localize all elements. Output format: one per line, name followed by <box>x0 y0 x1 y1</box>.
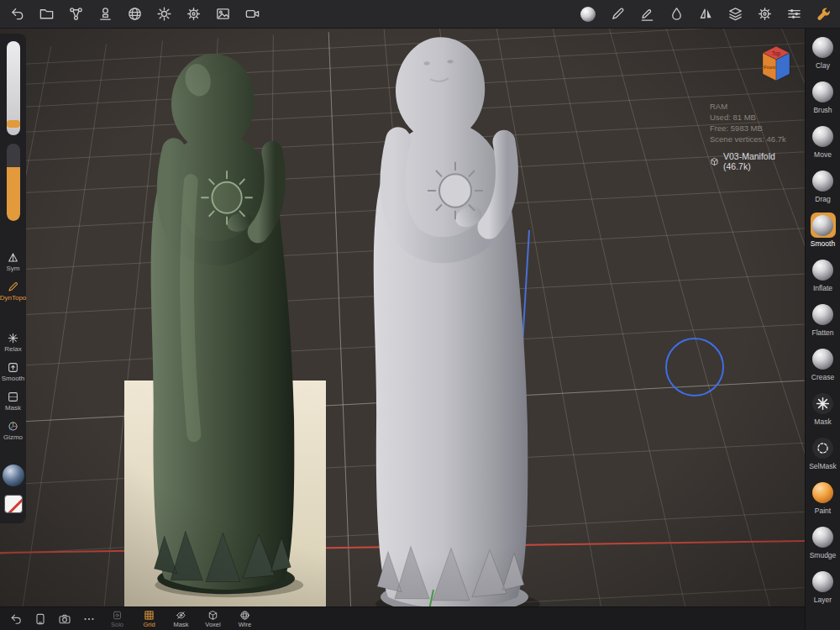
brush-intensity-slider[interactable] <box>7 144 20 221</box>
voxel-toggle[interactable]: Voxel <box>199 607 227 630</box>
layers-icon[interactable] <box>726 5 744 24</box>
tool-move[interactable]: Move <box>806 121 840 165</box>
symmetry-toggle[interactable]: Sym <box>0 251 26 272</box>
mesh-name: V03-Manifold (46.7k) <box>723 151 805 171</box>
navcube-front-label: Front <box>764 65 775 70</box>
tool-inflate[interactable]: Inflate <box>806 255 840 299</box>
solo-icon <box>112 610 123 621</box>
clay-brush-icon <box>812 37 833 58</box>
paint-drop-icon[interactable] <box>667 5 685 24</box>
device-icon[interactable] <box>30 609 50 629</box>
matcap-sphere-icon[interactable] <box>579 5 597 24</box>
smooth-square-icon <box>7 361 19 374</box>
background-swatch-icon[interactable] <box>4 495 23 513</box>
settings-gear-icon[interactable] <box>755 5 774 24</box>
voxel-cube-icon <box>207 610 218 621</box>
pen-icon[interactable] <box>608 5 627 24</box>
tool-paint[interactable]: Paint <box>806 477 840 522</box>
drag-brush-icon <box>812 171 833 192</box>
vignette <box>0 29 805 630</box>
symmetry-icon[interactable] <box>696 5 715 24</box>
stamp-icon[interactable] <box>96 5 114 24</box>
ram-stats: RAM Used: 81 MB Free: 5983 MB Scene vert… <box>710 101 786 144</box>
ram-title: RAM <box>710 101 786 112</box>
ram-used: Used: 81 MB <box>710 112 786 123</box>
tool-smooth[interactable]: Smooth <box>806 210 840 255</box>
camera-icon[interactable] <box>243 5 261 24</box>
tool-smudge[interactable]: Smudge <box>806 522 840 566</box>
mesh-cube-icon <box>710 157 719 166</box>
flatten-brush-icon <box>812 304 833 325</box>
navcube-top-label: Top <box>772 50 781 57</box>
tools-wrench-icon[interactable] <box>814 5 832 24</box>
brush-radius-slider[interactable] <box>7 41 20 135</box>
undo-icon[interactable] <box>8 5 26 24</box>
scene-canvas[interactable] <box>0 29 805 630</box>
more-dots-icon[interactable] <box>79 609 99 629</box>
environment-sphere-icon[interactable] <box>125 5 144 24</box>
pencil-icon[interactable] <box>638 5 656 24</box>
material-sphere-icon[interactable] <box>3 465 24 486</box>
gizmo-button[interactable]: Gizmo <box>0 420 26 441</box>
tool-mask[interactable]: Mask <box>806 388 840 433</box>
lighting-sun-icon[interactable] <box>155 5 173 24</box>
relax-asterisk-icon <box>7 332 19 344</box>
tool-flatten[interactable]: Flatten <box>806 299 840 344</box>
mask-eye-icon <box>176 610 186 621</box>
screenshot-camera-icon[interactable] <box>55 609 75 629</box>
gizmo-icon <box>7 420 19 433</box>
dyntopo-toggle[interactable]: DynTopo <box>0 281 26 302</box>
brush-toolbar: Clay Brush Move Drag Smooth Inflate Flat… <box>805 29 840 630</box>
topbar-right-group <box>579 5 832 24</box>
tool-drag[interactable]: Drag <box>806 165 840 210</box>
tool-crease[interactable]: Crease <box>806 344 840 388</box>
ram-free: Free: 5983 MB <box>710 123 786 134</box>
top-toolbar <box>0 0 840 29</box>
grid-icon <box>144 610 155 621</box>
mask-view-toggle[interactable]: Mask <box>167 607 195 630</box>
bottom-toolbar: Solo Grid Mask Voxel Wire <box>0 606 805 630</box>
sym-triangle-icon <box>7 251 19 264</box>
radius-slider-handle[interactable] <box>7 120 20 128</box>
3d-viewport[interactable]: RAM Used: 81 MB Free: 5983 MB Scene vert… <box>0 29 805 630</box>
sculpt-app: RAM Used: 81 MB Free: 5983 MB Scene vert… <box>0 0 840 630</box>
undo-icon[interactable] <box>6 609 26 629</box>
sliders-icon[interactable] <box>785 5 803 24</box>
mesh-list-item[interactable]: V03-Manifold (46.7k) <box>710 151 805 171</box>
intensity-slider-fill <box>7 167 20 221</box>
move-brush-icon <box>812 126 833 147</box>
wire-toggle[interactable]: Wire <box>231 607 259 630</box>
mask-square-icon <box>7 391 19 403</box>
smooth-button[interactable]: Smooth <box>0 361 26 382</box>
layer-brush-icon <box>812 571 833 592</box>
background-image-icon[interactable] <box>213 5 232 24</box>
relax-button[interactable]: Relax <box>0 332 26 353</box>
mask-star-icon <box>812 393 833 414</box>
inflate-brush-icon <box>812 260 833 281</box>
tool-clay[interactable]: Clay <box>806 32 840 76</box>
tool-selmask[interactable]: SelMask <box>806 433 840 477</box>
scene-vertices: Scene vertices: 46.7k <box>710 134 786 144</box>
dyntopo-pen-icon <box>7 281 19 293</box>
mask-button[interactable]: Mask <box>0 391 26 412</box>
left-tool-panel: Sym DynTopo Relax Smooth Mask Gizmo <box>0 34 26 523</box>
folder-icon[interactable] <box>37 5 55 24</box>
wireframe-icon <box>239 610 250 621</box>
solo-toggle[interactable]: Solo <box>103 607 131 630</box>
tool-brush[interactable]: Brush <box>806 76 840 121</box>
topbar-left-group <box>8 5 261 24</box>
smudge-brush-icon <box>812 527 833 548</box>
paint-brush-icon <box>812 482 833 503</box>
navigation-cube[interactable]: Top Front <box>757 42 795 89</box>
brush-icon <box>812 81 833 102</box>
scene-graph-icon[interactable] <box>66 5 85 24</box>
selmask-circle-icon <box>812 438 833 459</box>
grid-toggle[interactable]: Grid <box>135 607 163 630</box>
tool-layer[interactable]: Layer <box>806 566 840 611</box>
smooth-brush-icon <box>812 215 833 236</box>
crease-brush-icon <box>812 349 833 370</box>
render-gear-icon[interactable] <box>184 5 202 24</box>
